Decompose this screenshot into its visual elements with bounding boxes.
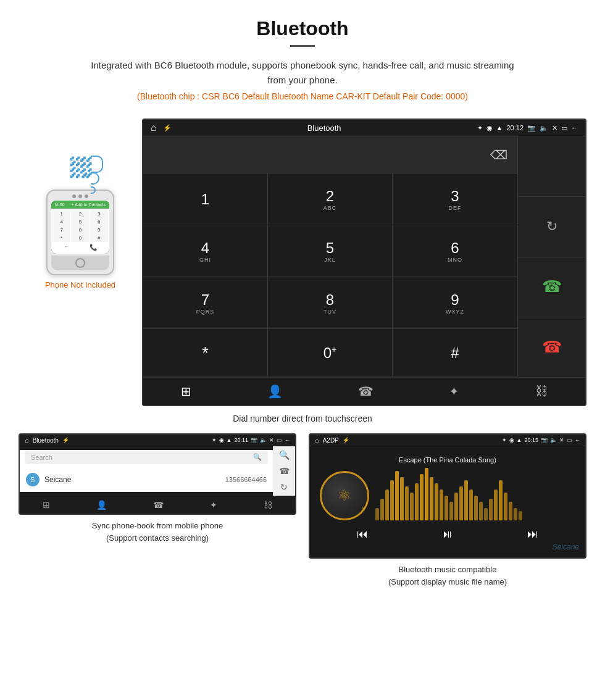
phonebook-search-icon: 🔍 [253, 453, 262, 461]
music-caption-line1: Bluetooth music compatible [399, 565, 497, 574]
window-icon[interactable]: ▭ [561, 124, 567, 132]
pb-nav-bluetooth[interactable]: ✦ [210, 500, 217, 510]
seicane-watermark: Seicane [553, 543, 579, 551]
pb-sig-icon: ▲ [227, 437, 232, 443]
music-usb-icon: ⚡ [343, 437, 349, 443]
music-close-icon[interactable]: ✕ [559, 437, 564, 443]
contact-name: Seicane [44, 475, 225, 484]
phone-key-0: 0 [71, 234, 89, 242]
music-note-icon: ♪ [361, 504, 365, 514]
phone-key-6: 6 [90, 218, 108, 226]
pb-time: 20:11 [234, 437, 248, 443]
pb-nav-link[interactable]: ⛓ [264, 500, 272, 510]
call-red-icon: ☎ [542, 338, 562, 357]
phone-key-7: 7 [52, 226, 70, 234]
music-song-title: Escape (The Pina Colada Song) [399, 456, 496, 464]
dial-reload-cell[interactable]: ↻ [518, 197, 585, 257]
phone-dial-row-2: 4 5 6 [52, 218, 108, 226]
bottom-nav-contact[interactable]: 👤 [267, 384, 283, 399]
bottom-nav-bluetooth[interactable]: ✦ [449, 384, 459, 399]
music-play-pause-icon[interactable]: ⏯ [442, 528, 453, 541]
signal-waves [91, 160, 103, 194]
phone-key-1: 1 [52, 210, 70, 218]
dial-key-6[interactable]: 6 MNO [393, 225, 517, 277]
contact-number: 13566664466 [225, 476, 267, 483]
pb-nav-phone[interactable]: ☎ [153, 500, 164, 510]
music-prev-icon[interactable]: ⏮ [357, 528, 368, 541]
pb-bt-icon: ✦ [212, 437, 217, 443]
android-dial-screen: ⌂ ⚡ Bluetooth ✦ ◉ ▲ 20:12 📷 🔈 ✕ ▭ ← [142, 119, 586, 406]
phonebook-screen: ⌂ Bluetooth ⚡ ✦ ◉ ▲ 20:11 📷 🔈 ✕ ▭ ← [19, 433, 296, 515]
phone-screen: M:00 + Add to Contacts 1 2 3 4 5 6 [51, 201, 109, 254]
phonebook-caption: Sync phone-book from mobile phone (Suppo… [92, 520, 223, 544]
phone-key-3: 3 [90, 210, 108, 218]
dial-delete-button[interactable]: ⌫ [490, 148, 507, 162]
music-home-icon[interactable]: ⌂ [315, 436, 319, 444]
music-status-bar: ⌂ A2DP ⚡ ✦ ◉ ▲ 20:15 📷 🔈 ✕ ▭ ← [310, 435, 585, 446]
music-back-icon[interactable]: ← [575, 437, 580, 443]
close-icon[interactable]: ✕ [552, 124, 557, 132]
bottom-nav-grid[interactable]: ⊞ [181, 384, 191, 399]
phonebook-home-icon[interactable]: ⌂ [25, 436, 29, 444]
bottom-nav-link[interactable]: ⛓ [535, 384, 548, 399]
phone-dial-row-4: * 0 # [52, 234, 108, 242]
music-app-name: A2DP [323, 437, 339, 444]
dial-key-8[interactable]: 8 TUV [268, 277, 393, 329]
pb-win-icon[interactable]: ▭ [277, 437, 282, 443]
camera-icon: 📷 [527, 124, 536, 132]
dial-key-2[interactable]: 2 ABC [268, 173, 393, 225]
back-icon[interactable]: ← [571, 124, 578, 131]
phonebook-screen-wrap: ⌂ Bluetooth ⚡ ✦ ◉ ▲ 20:11 📷 🔈 ✕ ▭ ← [19, 433, 296, 588]
dial-call-cell[interactable]: ☎ [518, 257, 585, 318]
pb-nav-grid[interactable]: ⊞ [43, 500, 50, 510]
phonebook-search-bar[interactable]: Search 🔍 [25, 450, 268, 464]
dial-key-3[interactable]: 3 DEF [393, 173, 517, 225]
phone-key-4: 4 [52, 218, 70, 226]
phonebook-app-name: Bluetooth [33, 437, 59, 444]
music-bt-icon: ✦ [502, 437, 507, 443]
phonebook-caption-line1: Sync phone-book from mobile phone [92, 521, 223, 530]
phonebook-status-bar: ⌂ Bluetooth ⚡ ✦ ◉ ▲ 20:11 📷 🔈 ✕ ▭ ← [20, 435, 295, 446]
phonebook-contact-row[interactable]: S Seicane 13566664466 [20, 468, 273, 492]
phonebook-content: Search 🔍 S Seicane 13566664466 [20, 450, 273, 492]
pb-close-icon[interactable]: ✕ [269, 437, 274, 443]
phone-dialpad: 1 2 3 4 5 6 7 8 9 * [51, 209, 109, 254]
music-controls: ⏮ ⏯ ⏭ [320, 528, 575, 541]
dial-key-1[interactable]: 1 [143, 173, 268, 225]
dial-key-4[interactable]: 4 GHI [143, 225, 268, 277]
dial-status-bar: ⌂ ⚡ Bluetooth ✦ ◉ ▲ 20:12 📷 🔈 ✕ ▭ ← [143, 120, 585, 136]
music-cam-icon: 📷 [541, 437, 548, 443]
pb-side-search-icon[interactable]: 🔍 [279, 450, 290, 460]
music-win-icon[interactable]: ▭ [567, 437, 572, 443]
dial-key-5[interactable]: 5 JKL [268, 225, 393, 277]
music-loc-icon: ◉ [509, 437, 514, 443]
phone-call-button: 📞 [90, 244, 97, 251]
music-next-icon[interactable]: ⏭ [527, 528, 538, 541]
phone-not-included-label: Phone Not Included [45, 280, 115, 290]
dial-key-7[interactable]: 7 PQRS [143, 277, 268, 329]
dial-key-0[interactable]: 0+ [268, 329, 393, 377]
phone-key-star: * [52, 234, 70, 242]
main-demo-area: ⛆ M:00 + Add to Contacts [0, 119, 605, 406]
phone-bottom [51, 256, 109, 270]
home-icon[interactable]: ⌂ [151, 122, 157, 133]
pb-side-reload-icon[interactable]: ↻ [280, 482, 288, 492]
pb-side-call-icon[interactable]: ☎ [279, 466, 290, 476]
dial-container: ⌫ 1 2 ABC 3 DEF [143, 136, 585, 377]
dial-key-9[interactable]: 9 WXYZ [393, 277, 517, 329]
dial-key-hash[interactable]: # [393, 329, 517, 377]
pb-back-icon[interactable]: ← [285, 437, 290, 443]
time-display: 20:12 [506, 124, 524, 131]
bt-usb-icon: ⚡ [163, 124, 172, 132]
title-divider [290, 45, 315, 47]
pb-nav-contact[interactable]: 👤 [96, 500, 107, 510]
bluetooth-specs: (Bluetooth chip : CSR BC6 Default Blueto… [37, 91, 568, 101]
dial-caption: Dial number direct from touchscreen [0, 414, 605, 423]
pb-loc-icon: ◉ [219, 437, 224, 443]
status-bar-right: ✦ ◉ ▲ 20:12 📷 🔈 ✕ ▭ ← [477, 124, 578, 132]
music-caption-line2: (Support display music file name) [388, 577, 507, 586]
bottom-nav-phone[interactable]: ☎ [358, 384, 373, 399]
phone-add-contact: + Add to Contacts [72, 202, 106, 207]
dial-end-call-cell[interactable]: ☎ [518, 317, 585, 377]
dial-key-star[interactable]: * [143, 329, 268, 377]
